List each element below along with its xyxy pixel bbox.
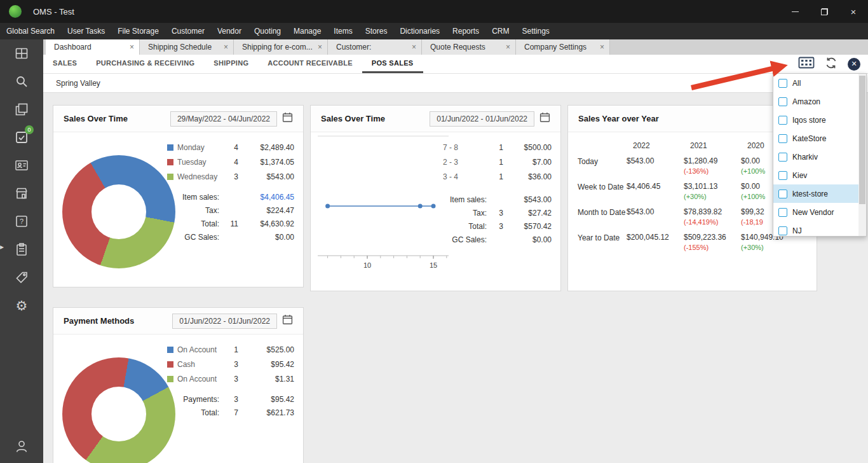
legend-row: 7 - 8 1 $500.00 [443,140,552,155]
tab-shipping-schedule[interactable]: Shipping Schedule × [140,39,234,55]
checkbox[interactable] [778,97,787,106]
menu-settings[interactable]: Settings [515,23,555,39]
tab-shipping-ecom[interactable]: Shipping for e-com... × [234,39,328,55]
subtab-pos-sales[interactable]: POS SALES [362,55,423,73]
menu-vendor[interactable]: Vendor [211,23,248,39]
scrollbar-thumb[interactable] [859,76,865,204]
tab-close-icon[interactable]: × [130,43,134,52]
menu-user-tasks[interactable]: User Tasks [61,23,111,39]
menu-global-search[interactable]: Global Search [0,23,61,39]
checkbox[interactable] [778,79,787,88]
legend-row: 2 - 3 1 $7.00 [443,155,552,169]
close-icon: × [851,6,857,17]
menu-reports[interactable]: Reports [446,23,485,39]
refresh-icon[interactable] [824,56,838,73]
card-title: Sales Year over Year [578,114,659,123]
tab-close-icon[interactable]: × [506,43,510,52]
card-payment-methods: Payment Methods 01/Jun/2022 - 01/Jun/202… [53,307,304,463]
dropdown-scrollbar[interactable] [858,74,866,236]
item-sales-link[interactable]: $4,406.45 [238,193,294,202]
help-box-icon[interactable]: ? [0,207,43,235]
user-icon[interactable] [0,432,43,460]
tasks-icon[interactable]: 0 [0,123,43,151]
checkbox[interactable] [778,226,787,235]
left-sidebar: 0 ? ⚙ ▸ [0,39,43,463]
date-range-picker[interactable]: 01/Jun/2022 - 01/Jun/2022 [172,314,277,329]
dashboard-subtab-bar: SALES PURCHASING & RECEIVING SHIPPING AC… [43,55,868,74]
store-name: Spring Valley [56,79,100,88]
close-window-button[interactable]: × [839,0,868,23]
donut-chart-sales-by-day [62,155,175,268]
tab-quote-requests[interactable]: Quote Requests × [422,39,516,55]
dropdown-item-new-vendor[interactable]: New Vendor [773,203,858,221]
checkbox[interactable] [778,190,787,198]
calendar-icon[interactable] [539,112,550,125]
tab-dashboard[interactable]: Dashboard × [46,39,140,55]
close-dashboard-icon[interactable]: ✕ [848,58,860,71]
store-icon[interactable] [0,179,43,207]
restore-button[interactable] [810,0,839,23]
stores-filter-icon[interactable] [798,56,815,73]
menu-quoting[interactable]: Quoting [248,23,287,39]
dropdown-item-all[interactable]: All [773,74,858,92]
card-title: Sales Over Time [321,114,385,123]
tab-company-settings[interactable]: Company Settings × [516,39,610,55]
sales-summary: Item sales:$543.00 Tax:3$27.42 Total:3$5… [443,193,552,246]
card-sales-over-time-daily: Sales Over Time 01/Jun/2022 - 01/Jun/202… [310,105,561,291]
menu-items[interactable]: Items [327,23,358,39]
calendar-icon[interactable] [282,112,293,125]
tasks-count-badge: 0 [25,125,34,134]
checkbox[interactable] [778,153,787,162]
menu-dictionaries[interactable]: Dictionaries [393,23,446,39]
clipboard-icon[interactable] [0,235,43,263]
card-title: Payment Methods [64,316,134,326]
tab-customer[interactable]: Customer: × [328,39,422,55]
sidebar-flyout-handle[interactable]: ▸ [0,242,4,252]
dropdown-item-nj[interactable]: NJ [773,221,858,236]
contacts-icon[interactable] [0,151,43,179]
app-logo-icon [9,5,22,18]
checkbox[interactable] [778,116,787,125]
file-storage-icon[interactable] [0,95,43,123]
tab-close-icon[interactable]: × [412,43,416,52]
yoy-col-2022: 2022 [627,141,684,150]
store-bar: Spring Valley [43,74,868,93]
search-icon[interactable] [0,67,43,95]
date-range-picker[interactable]: 29/May/2022 - 04/Jun/2022 [170,111,277,127]
date-range-picker[interactable]: 01/Jun/2022 - 01/Jun/2022 [430,111,534,127]
menu-customer[interactable]: Customer [165,23,211,39]
checkbox[interactable] [778,134,787,143]
menu-manage[interactable]: Manage [287,23,327,39]
legend-sales-by-hour: 7 - 8 1 $500.00 2 - 3 1 $7.00 3 - 4 1 $3… [443,140,552,246]
tab-close-icon[interactable]: × [318,43,322,52]
dropdown-item-katestore[interactable]: KateStore [773,129,858,148]
legend-swatch [167,347,173,353]
menu-crm[interactable]: CRM [485,23,515,39]
subtab-shipping[interactable]: SHIPPING [204,55,258,73]
legend-row: Wednesday 3 $543.00 [167,169,294,184]
dropdown-item-kiev[interactable]: Kiev [773,166,858,184]
checkbox[interactable] [778,171,787,180]
subtab-purchasing-receiving[interactable]: PURCHASING & RECEIVING [86,55,204,73]
tab-close-icon[interactable]: × [224,43,228,52]
minimize-button[interactable] [780,0,810,23]
settings-icon[interactable]: ⚙ [0,291,43,319]
tab-close-icon[interactable]: × [600,43,604,52]
yoy-row-year-to-date: Year to Date $200,045.12 $509,223.36(-15… [578,233,811,258]
dropdown-item-kharkiv[interactable]: Kharkiv [773,148,858,166]
dropdown-item-amazon[interactable]: Amazon [773,92,858,111]
legend-row: 3 - 4 1 $36.00 [443,169,552,184]
subtab-account-receivable[interactable]: ACCOUNT RECEIVABLE [258,55,362,73]
subtab-sales[interactable]: SALES [43,55,86,73]
tag-icon[interactable] [0,263,43,291]
legend-swatch [167,144,173,151]
legend-row: On Account 1 $525.00 [167,342,294,357]
checkbox[interactable] [778,208,787,217]
dropdown-item-iqos-store[interactable]: Iqos store [773,111,858,129]
dashboard-icon[interactable] [0,39,43,67]
yoy-col-2021: 2021 [684,141,741,150]
menu-file-storage[interactable]: File Storage [111,23,165,39]
calendar-icon[interactable] [282,314,293,328]
dropdown-item-ktest-store[interactable]: ktest-store [773,184,858,203]
menu-stores[interactable]: Stores [359,23,394,39]
